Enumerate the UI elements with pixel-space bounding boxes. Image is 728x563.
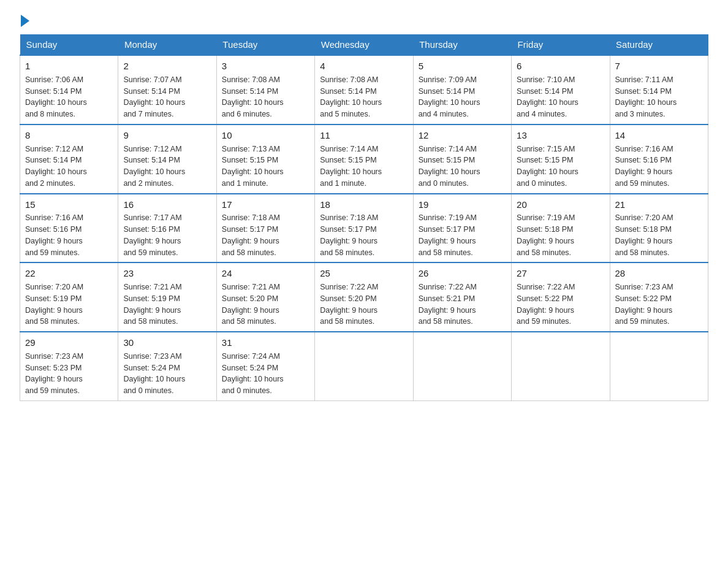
day-info: Sunrise: 7:23 AMSunset: 5:24 PMDaylight:… [123, 351, 211, 397]
calendar-cell: 4Sunrise: 7:08 AMSunset: 5:14 PMDaylight… [315, 55, 413, 124]
calendar-cell: 26Sunrise: 7:22 AMSunset: 5:21 PMDayligh… [413, 262, 511, 332]
day-number: 13 [517, 129, 604, 142]
day-info: Sunrise: 7:18 AMSunset: 5:17 PMDaylight:… [222, 212, 309, 258]
calendar-cell [610, 332, 708, 400]
calendar-cell: 29Sunrise: 7:23 AMSunset: 5:23 PMDayligh… [20, 332, 118, 400]
day-number: 7 [615, 59, 703, 73]
calendar-cell: 17Sunrise: 7:18 AMSunset: 5:17 PMDayligh… [216, 194, 314, 263]
calendar-cell [413, 332, 511, 400]
calendar-cell: 12Sunrise: 7:14 AMSunset: 5:15 PMDayligh… [413, 124, 511, 194]
calendar-cell: 18Sunrise: 7:18 AMSunset: 5:17 PMDayligh… [315, 194, 413, 263]
calendar-header-sunday: Sunday [20, 34, 118, 55]
calendar-cell: 8Sunrise: 7:12 AMSunset: 5:14 PMDaylight… [20, 124, 118, 194]
calendar-cell: 23Sunrise: 7:21 AMSunset: 5:19 PMDayligh… [118, 262, 216, 332]
day-info: Sunrise: 7:09 AMSunset: 5:14 PMDaylight:… [419, 74, 506, 120]
calendar-week-row: 15Sunrise: 7:16 AMSunset: 5:16 PMDayligh… [20, 194, 708, 263]
day-number: 17 [222, 198, 309, 212]
day-info: Sunrise: 7:19 AMSunset: 5:18 PMDaylight:… [517, 212, 604, 258]
day-number: 15 [25, 198, 113, 212]
calendar-header-thursday: Thursday [413, 34, 511, 55]
day-info: Sunrise: 7:19 AMSunset: 5:17 PMDaylight:… [419, 212, 506, 258]
calendar-cell: 11Sunrise: 7:14 AMSunset: 5:15 PMDayligh… [315, 124, 413, 194]
calendar-cell: 3Sunrise: 7:08 AMSunset: 5:14 PMDaylight… [216, 55, 314, 124]
day-info: Sunrise: 7:10 AMSunset: 5:14 PMDaylight:… [517, 74, 604, 120]
calendar-week-row: 29Sunrise: 7:23 AMSunset: 5:23 PMDayligh… [20, 332, 708, 400]
day-number: 20 [517, 198, 604, 212]
day-info: Sunrise: 7:21 AMSunset: 5:19 PMDaylight:… [123, 282, 211, 327]
day-info: Sunrise: 7:08 AMSunset: 5:14 PMDaylight:… [320, 74, 408, 120]
day-info: Sunrise: 7:23 AMSunset: 5:23 PMDaylight:… [25, 351, 113, 397]
calendar-cell: 21Sunrise: 7:20 AMSunset: 5:18 PMDayligh… [610, 194, 708, 263]
day-number: 30 [123, 336, 211, 350]
day-number: 28 [615, 267, 703, 280]
day-info: Sunrise: 7:11 AMSunset: 5:14 PMDaylight:… [615, 74, 703, 120]
calendar-header-tuesday: Tuesday [216, 34, 314, 55]
day-number: 29 [25, 336, 113, 350]
day-number: 12 [419, 129, 506, 142]
day-number: 18 [320, 198, 408, 212]
calendar-cell: 20Sunrise: 7:19 AMSunset: 5:18 PMDayligh… [512, 194, 610, 263]
calendar-table: SundayMondayTuesdayWednesdayThursdayFrid… [20, 34, 708, 401]
day-info: Sunrise: 7:23 AMSunset: 5:22 PMDaylight:… [615, 282, 703, 327]
day-number: 9 [123, 129, 211, 142]
day-info: Sunrise: 7:15 AMSunset: 5:15 PMDaylight:… [517, 144, 604, 190]
day-info: Sunrise: 7:06 AMSunset: 5:14 PMDaylight:… [25, 74, 113, 120]
day-number: 4 [320, 59, 408, 73]
day-number: 25 [320, 267, 408, 280]
calendar-week-row: 8Sunrise: 7:12 AMSunset: 5:14 PMDaylight… [20, 124, 708, 194]
calendar-cell [315, 332, 413, 400]
calendar-header-friday: Friday [512, 34, 610, 55]
day-info: Sunrise: 7:20 AMSunset: 5:18 PMDaylight:… [615, 212, 703, 258]
day-info: Sunrise: 7:21 AMSunset: 5:20 PMDaylight:… [222, 282, 309, 327]
day-info: Sunrise: 7:17 AMSunset: 5:16 PMDaylight:… [123, 212, 211, 258]
calendar-cell: 14Sunrise: 7:16 AMSunset: 5:16 PMDayligh… [610, 124, 708, 194]
calendar-cell: 30Sunrise: 7:23 AMSunset: 5:24 PMDayligh… [118, 332, 216, 400]
day-info: Sunrise: 7:16 AMSunset: 5:16 PMDaylight:… [25, 212, 113, 258]
calendar-cell: 6Sunrise: 7:10 AMSunset: 5:14 PMDaylight… [512, 55, 610, 124]
calendar-week-row: 1Sunrise: 7:06 AMSunset: 5:14 PMDaylight… [20, 55, 708, 124]
calendar-cell: 7Sunrise: 7:11 AMSunset: 5:14 PMDaylight… [610, 55, 708, 124]
day-number: 10 [222, 129, 309, 142]
day-number: 23 [123, 267, 211, 280]
day-number: 16 [123, 198, 211, 212]
calendar-cell: 31Sunrise: 7:24 AMSunset: 5:24 PMDayligh… [216, 332, 314, 400]
calendar-cell: 15Sunrise: 7:16 AMSunset: 5:16 PMDayligh… [20, 194, 118, 263]
day-number: 14 [615, 129, 703, 142]
day-info: Sunrise: 7:13 AMSunset: 5:15 PMDaylight:… [222, 144, 309, 190]
calendar-cell: 19Sunrise: 7:19 AMSunset: 5:17 PMDayligh… [413, 194, 511, 263]
calendar-cell: 13Sunrise: 7:15 AMSunset: 5:15 PMDayligh… [512, 124, 610, 194]
calendar-header-row: SundayMondayTuesdayWednesdayThursdayFrid… [20, 34, 708, 55]
calendar-cell: 2Sunrise: 7:07 AMSunset: 5:14 PMDaylight… [118, 55, 216, 124]
day-number: 27 [517, 267, 604, 280]
calendar-cell [512, 332, 610, 400]
calendar-cell: 16Sunrise: 7:17 AMSunset: 5:16 PMDayligh… [118, 194, 216, 263]
day-number: 31 [222, 336, 309, 350]
day-number: 22 [25, 267, 113, 280]
day-number: 2 [123, 59, 211, 73]
day-number: 5 [419, 59, 506, 73]
day-number: 19 [419, 198, 506, 212]
calendar-cell: 25Sunrise: 7:22 AMSunset: 5:20 PMDayligh… [315, 262, 413, 332]
calendar-cell: 22Sunrise: 7:20 AMSunset: 5:19 PMDayligh… [20, 262, 118, 332]
calendar-header-wednesday: Wednesday [315, 34, 413, 55]
day-info: Sunrise: 7:07 AMSunset: 5:14 PMDaylight:… [123, 74, 211, 120]
day-number: 3 [222, 59, 309, 73]
day-number: 26 [419, 267, 506, 280]
calendar-cell: 24Sunrise: 7:21 AMSunset: 5:20 PMDayligh… [216, 262, 314, 332]
calendar-cell: 28Sunrise: 7:23 AMSunset: 5:22 PMDayligh… [610, 262, 708, 332]
day-number: 6 [517, 59, 604, 73]
calendar-cell: 5Sunrise: 7:09 AMSunset: 5:14 PMDaylight… [413, 55, 511, 124]
day-info: Sunrise: 7:16 AMSunset: 5:16 PMDaylight:… [615, 144, 703, 190]
calendar-header-monday: Monday [118, 34, 216, 55]
header [20, 15, 708, 23]
day-info: Sunrise: 7:18 AMSunset: 5:17 PMDaylight:… [320, 212, 408, 258]
day-info: Sunrise: 7:08 AMSunset: 5:14 PMDaylight:… [222, 74, 309, 120]
day-info: Sunrise: 7:22 AMSunset: 5:21 PMDaylight:… [419, 282, 506, 327]
day-info: Sunrise: 7:14 AMSunset: 5:15 PMDaylight:… [419, 144, 506, 190]
day-number: 21 [615, 198, 703, 212]
logo-arrow-icon [21, 15, 29, 27]
calendar-cell: 27Sunrise: 7:22 AMSunset: 5:22 PMDayligh… [512, 262, 610, 332]
calendar-week-row: 22Sunrise: 7:20 AMSunset: 5:19 PMDayligh… [20, 262, 708, 332]
day-number: 11 [320, 129, 408, 142]
day-info: Sunrise: 7:24 AMSunset: 5:24 PMDaylight:… [222, 351, 309, 397]
